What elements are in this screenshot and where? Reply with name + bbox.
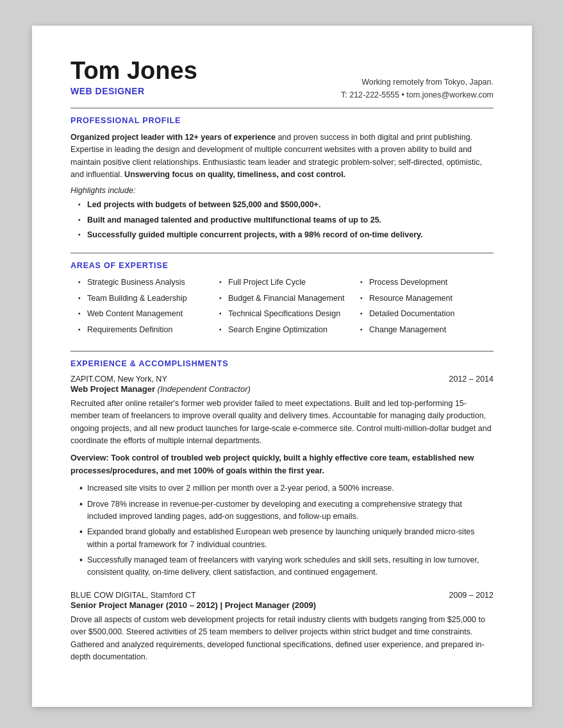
job-1-bullets: Increased site visits to over 2 million … — [70, 482, 494, 579]
job-1-company: ZAPIT.COM, New York, NY — [70, 375, 167, 384]
highlight-item-2: Built and managed talented and productiv… — [78, 214, 494, 226]
expertise-item-2-3: Technical Specifications Design — [219, 308, 346, 320]
job-1-title: Web Project Manager (Independent Contrac… — [70, 384, 494, 394]
job-1-description: Recruited after online retailer's former… — [70, 398, 494, 448]
contact-line1: Working remotely from Tokyo, Japan. — [341, 76, 494, 89]
highlights-list: Led projects with budgets of between $25… — [70, 199, 494, 241]
job-1-title-note: (Independent Contractor) — [158, 384, 251, 394]
profile-bold-end: Unswerving focus on quality, timeliness,… — [124, 170, 345, 179]
expertise-item-2-4: Search Engine Optimization — [219, 324, 346, 336]
job-1-dates: 2012 – 2014 — [449, 375, 494, 384]
job-2-description: Drove all aspects of custom web developm… — [70, 614, 494, 664]
expertise-item-1-2: Team Building & Leadership — [78, 292, 205, 305]
resume-page: Tom Jones WEB DESIGNER Working remotely … — [32, 26, 532, 707]
experience-section-title: EXPERIENCE & ACCOMPLISHMENTS — [70, 359, 494, 368]
expertise-item-1-4: Requirements Definition — [78, 324, 205, 336]
expertise-item-3-4: Change Management — [360, 324, 487, 336]
job-1-header: ZAPIT.COM, New York, NY 2012 – 2014 — [70, 375, 494, 384]
expertise-col-3: Process Development Resource Management … — [352, 276, 494, 339]
experience-section: EXPERIENCE & ACCOMPLISHMENTS ZAPIT.COM, … — [70, 359, 494, 663]
expertise-grid: Strategic Business Analysis Team Buildin… — [70, 276, 494, 339]
contact-info: Working remotely from Tokyo, Japan. T: 2… — [341, 76, 494, 101]
job-2: BLUE COW DIGITAL, Stamford CT 2009 – 201… — [70, 591, 494, 664]
job-2-dates: 2009 – 2012 — [449, 591, 494, 600]
job-1-bullet-1: Increased site visits to over 2 million … — [79, 482, 494, 495]
expertise-item-2-1: Full Project Life Cycle — [219, 276, 346, 289]
expertise-item-3-3: Detailed Documentation — [360, 308, 487, 320]
expertise-col-2: Full Project Life Cycle Budget & Financi… — [212, 276, 352, 339]
expertise-section: AREAS OF EXPERTISE Strategic Business An… — [70, 261, 494, 339]
profile-paragraph: Organized project leader with 12+ years … — [70, 131, 494, 182]
header-divider — [70, 108, 494, 108]
profile-divider — [70, 253, 494, 253]
highlight-3-text: Successfully guided multiple concurrent … — [87, 230, 423, 239]
expertise-item-3-2: Resource Management — [360, 292, 487, 305]
job-1-bullet-2: Drove 78% increase in revenue-per-custom… — [79, 498, 494, 523]
header: Tom Jones WEB DESIGNER Working remotely … — [70, 58, 494, 101]
candidate-title: WEB DESIGNER — [70, 86, 197, 96]
expertise-item-3-1: Process Development — [360, 276, 487, 289]
contact-line2: T: 212-222-5555 • tom.jones@workew.com — [341, 89, 494, 101]
expertise-list-2: Full Project Life Cycle Budget & Financi… — [212, 276, 346, 336]
expertise-col-1: Strategic Business Analysis Team Buildin… — [70, 276, 212, 339]
expertise-list-1: Strategic Business Analysis Team Buildin… — [70, 276, 205, 336]
expertise-list-3: Process Development Resource Management … — [352, 276, 487, 336]
header-left: Tom Jones WEB DESIGNER — [70, 58, 197, 101]
highlight-1-text: Led projects with budgets of between $25… — [87, 200, 320, 209]
candidate-name: Tom Jones — [70, 58, 197, 85]
expertise-divider — [70, 351, 494, 351]
job-2-header: BLUE COW DIGITAL, Stamford CT 2009 – 201… — [70, 591, 494, 600]
job-2-title: Senior Project Manager (2010 – 2012) | P… — [70, 600, 494, 610]
profile-bold-intro: Organized project leader with 12+ years … — [70, 133, 276, 142]
profile-section: PROFESSIONAL PROFILE Organized project l… — [70, 116, 494, 242]
expertise-item-2-2: Budget & Financial Management — [219, 292, 346, 305]
expertise-item-1-3: Web Content Management — [78, 308, 205, 320]
highlight-item-1: Led projects with budgets of between $25… — [78, 199, 494, 211]
highlight-2-text: Built and managed talented and productiv… — [87, 216, 381, 224]
expertise-item-1-1: Strategic Business Analysis — [78, 276, 205, 289]
job-2-title-text: Senior Project Manager (2010 – 2012) | P… — [70, 600, 316, 610]
highlight-item-3: Successfully guided multiple concurrent … — [78, 229, 494, 241]
highlights-label: Highlights include: — [70, 186, 494, 195]
job-1-bullet-3: Expanded brand globally and established … — [79, 526, 494, 551]
job-1-bullet-4: Successfully managed team of freelancers… — [79, 554, 494, 579]
job-1: ZAPIT.COM, New York, NY 2012 – 2014 Web … — [70, 375, 494, 579]
expertise-section-title: AREAS OF EXPERTISE — [70, 261, 494, 270]
profile-section-title: PROFESSIONAL PROFILE — [70, 116, 494, 125]
job-2-company: BLUE COW DIGITAL, Stamford CT — [70, 591, 196, 600]
job-1-overview: Overview: Took control of troubled web p… — [70, 452, 494, 477]
